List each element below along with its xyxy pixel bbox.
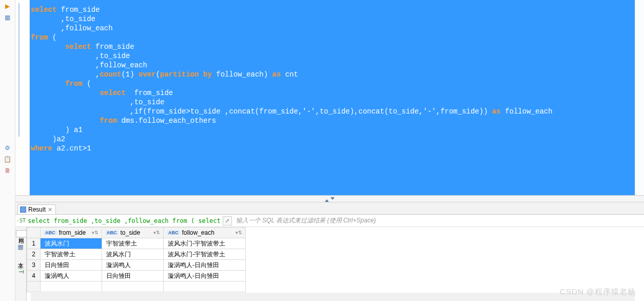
close-icon[interactable]: ✕ [48,206,52,213]
cell[interactable]: 漩涡鸣人 [41,271,102,281]
sql-editor: select from_side ,to_side ,follow_each f… [15,0,644,195]
cell[interactable]: 日向雏田 [41,260,102,271]
sash-handle[interactable] [15,195,644,202]
tab-result[interactable]: Result ✕ [17,204,56,214]
side-tab-grid[interactable]: 网格 [16,230,26,237]
cell[interactable]: 日向雏田 [102,271,164,281]
result-table-wrap: ABCfrom_side▾⇅ABCto_side▾⇅ABCfollow_each… [27,227,246,301]
col-header-from_side[interactable]: ABCfrom_side▾⇅ [41,228,102,238]
cell[interactable]: 宇智波带土 [102,238,164,249]
table-icon[interactable]: ▦ [4,13,12,22]
fold-marker-icon[interactable] [18,3,22,137]
table-corner [27,228,41,238]
col-label: follow_each [182,229,214,236]
cell[interactable]: 漩涡鸣人-日向雏田 [164,260,246,271]
row-number: 4 [27,271,41,281]
filter-icon[interactable]: ▾⇅ [92,230,99,235]
row-number: 3 [27,260,41,271]
filter-sql-preview: select from_side ,to_side ,follow_each f… [28,217,221,224]
row-number [27,281,41,292]
col-header-follow_each[interactable]: ABCfollow_each▾⇅ [164,228,246,238]
grid-area: 网格 ▦ 文本 ◦T ABCfrom_side▾⇅ABCto_side▾⇅ABC… [15,227,644,301]
expand-icon[interactable]: ⤢ [223,216,232,225]
type-badge: ABC [167,230,180,235]
main-content: select from_side ,to_side ,follow_each f… [15,0,644,301]
result-tab-bar: Result ✕ [15,202,644,215]
cell [102,281,164,292]
filter-icon[interactable]: ▾⇅ [236,230,242,235]
cell[interactable]: 漩涡鸣人-日向雏田 [164,271,246,281]
text-tab-icon: ◦T [17,268,25,274]
editor-overview-ruler [635,0,644,195]
row-number: 2 [27,249,41,260]
script-icon[interactable]: 🗎 [4,166,12,175]
run-icon[interactable]: ▶ [4,2,12,10]
col-header-to_side[interactable]: ABCto_side▾⇅ [102,228,164,238]
editor-h-scrollbar[interactable] [31,293,635,301]
cell [164,281,246,292]
cell[interactable]: 宇智波带土 [41,249,102,260]
row-number: 1 [27,238,41,249]
type-badge: ABC [44,230,57,235]
grid-tab-icon: ▦ [17,244,25,250]
table-row[interactable]: 3日向雏田漩涡鸣人漩涡鸣人-日向雏田 [27,260,246,271]
type-badge: ABC [105,230,119,235]
table-row[interactable]: 2宇智波带土波风水门波风水门-宇智波带土 [27,249,246,260]
result-table: ABCfrom_side▾⇅ABCto_side▾⇅ABCfollow_each… [27,227,246,292]
cell[interactable]: 漩涡鸣人 [102,260,164,271]
filter-input[interactable]: 输入一个 SQL 表达式来过滤结果 (使用 Ctrl+Space) [234,216,643,225]
table-row[interactable]: 4漩涡鸣人日向雏田漩涡鸣人-日向雏田 [27,271,246,281]
col-label: to_side [121,229,141,236]
side-tab-text[interactable]: 文本 [16,255,26,261]
paste-icon[interactable]: 📋 [4,155,12,163]
col-label: from_side [59,229,86,236]
editor-ruler [15,0,30,195]
grid-icon [20,206,26,213]
filter-icon[interactable]: ▾⇅ [153,230,160,235]
cell[interactable]: 波风水门-宇智波带土 [164,238,246,249]
cell[interactable]: 波风水门-宇智波带土 [164,249,246,260]
table-row[interactable]: 1波风水门宇智波带土波风水门-宇智波带土 [27,238,246,249]
sql-mini-icon: ◦ST [16,218,26,223]
gear-icon[interactable]: ⚙ [4,144,12,152]
cell [41,281,102,292]
result-tab-label: Result [28,206,46,213]
filter-bar: ◦ST select from_side ,to_side ,follow_ea… [15,215,644,227]
cell[interactable]: 波风水门 [41,238,102,249]
grid-side-tabs: 网格 ▦ 文本 ◦T [15,227,27,301]
editor-text[interactable]: select from_side ,to_side ,follow_each f… [30,0,644,195]
watermark: CSDN @程序猿老杨 [560,287,636,297]
left-gutter: ▶ ▦ ⚙ 📋 🗎 [0,0,15,301]
cell[interactable]: 波风水门 [102,249,164,260]
